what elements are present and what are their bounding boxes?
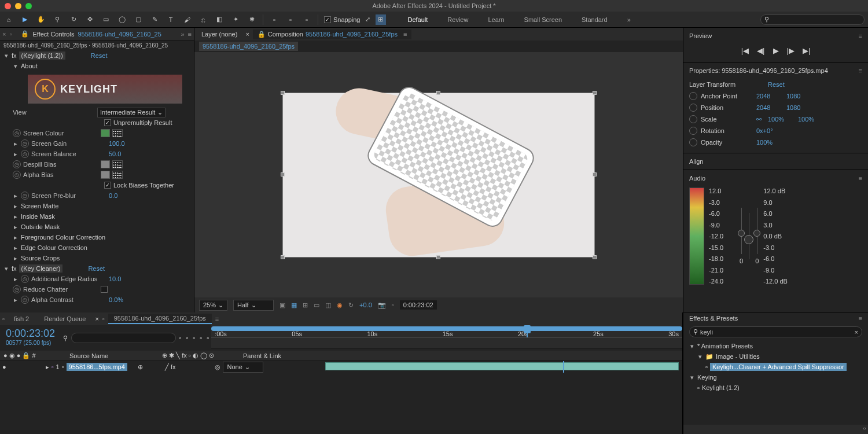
resize-handle[interactable] bbox=[281, 255, 285, 259]
close-tab-icon[interactable]: × bbox=[95, 315, 98, 322]
twirl-icon[interactable]: ▸ bbox=[13, 140, 19, 148]
layer-tab[interactable]: Layer (none) bbox=[197, 30, 242, 39]
close-window-icon[interactable] bbox=[5, 3, 11, 9]
lock-biases-checkbox[interactable]: ✓ bbox=[104, 182, 111, 189]
twirl-icon[interactable]: ▾ bbox=[3, 265, 9, 273]
prev-frame-icon[interactable]: ◀| bbox=[757, 46, 764, 55]
snapshot-icon[interactable]: 📷 bbox=[378, 301, 386, 309]
selection-tool-icon[interactable]: ▶ bbox=[20, 14, 30, 25]
lock-icon[interactable]: ▫ bbox=[9, 31, 17, 38]
timeline-tab-active[interactable]: 9558186-uhd_4096_2160_25fps bbox=[108, 314, 212, 324]
panel-menu-icon[interactable]: ≡ bbox=[859, 32, 862, 39]
effects-search-input[interactable] bbox=[700, 329, 852, 336]
panel-menu-icon[interactable]: ≡ bbox=[859, 67, 862, 74]
resize-handle[interactable] bbox=[436, 255, 440, 259]
minimize-window-icon[interactable] bbox=[15, 3, 21, 9]
shape-tool-icon[interactable]: ▢ bbox=[133, 14, 144, 25]
panel-menu-icon[interactable]: ≡ bbox=[403, 31, 407, 38]
last-frame-icon[interactable]: ▶| bbox=[803, 46, 810, 55]
clone-tool-icon[interactable]: ⎌ bbox=[198, 14, 208, 25]
screen-colour-swatch[interactable] bbox=[101, 129, 110, 137]
rect-tool-icon[interactable]: ▭ bbox=[101, 14, 111, 25]
stopwatch-icon[interactable]: ◷ bbox=[21, 150, 29, 158]
transform-reset[interactable]: Reset bbox=[768, 81, 785, 88]
stopwatch-icon[interactable]: ◷ bbox=[13, 129, 21, 137]
workspace-learn[interactable]: Learn bbox=[483, 14, 509, 25]
workspace-default[interactable]: Default bbox=[403, 14, 433, 25]
graph-icon[interactable]: ▫ bbox=[269, 14, 279, 25]
pan-behind-tool-icon[interactable]: ✥ bbox=[84, 14, 95, 25]
stopwatch-icon[interactable] bbox=[689, 92, 697, 100]
lock2-icon[interactable]: 🔒 bbox=[21, 30, 29, 38]
zoom-tool-icon[interactable]: ⚲ bbox=[52, 14, 62, 25]
workspace-standard[interactable]: Standard bbox=[577, 14, 612, 25]
ellipse-tool-icon[interactable]: ◯ bbox=[117, 14, 127, 25]
stopwatch-icon[interactable] bbox=[689, 115, 697, 123]
keycleaner-effect-name[interactable]: (Key Cleaner) bbox=[19, 264, 63, 273]
screen-preblur-value[interactable]: 0.0 bbox=[109, 192, 117, 199]
fx-badge-icon[interactable]: fx bbox=[12, 52, 17, 59]
stopwatch-icon[interactable]: ◷ bbox=[21, 139, 29, 148]
stopwatch-icon[interactable]: ◷ bbox=[13, 160, 21, 168]
viewport-timecode[interactable]: 0:00:23:02 bbox=[400, 300, 437, 310]
orbit-tool-icon[interactable]: ↻ bbox=[68, 14, 79, 25]
pos-x[interactable]: 2048 bbox=[756, 104, 783, 111]
snapping-checkbox[interactable]: ✓ bbox=[324, 16, 331, 23]
edge-colour-label[interactable]: Edge Colour Correction bbox=[21, 244, 87, 251]
effect-controls-tab[interactable]: Effect Controls bbox=[32, 31, 74, 38]
resize-handle[interactable] bbox=[281, 172, 285, 176]
scale-x[interactable]: 100% bbox=[768, 116, 795, 123]
effect-controls-layer-link[interactable]: 9558186-uhd_4096_2160_25 bbox=[78, 31, 161, 38]
timeline-ruler[interactable]: :00s05s10s15s20s25s30s bbox=[211, 325, 682, 338]
twirl-icon[interactable]: ▸ bbox=[13, 150, 19, 158]
playhead[interactable] bbox=[527, 325, 528, 337]
preset-keylight-cleaner[interactable]: Keyligh...Cleaner + Advanced Spill Suppr… bbox=[710, 363, 847, 371]
col-sourcename[interactable]: Source Name bbox=[69, 352, 162, 359]
panel-menu-icon[interactable]: ≡ bbox=[215, 315, 219, 322]
flow-link[interactable]: 9558186-uhd_4096_2160_25fps bbox=[199, 42, 298, 51]
twirl-icon[interactable]: ▸ bbox=[13, 213, 19, 220]
eyedropper-icon[interactable] bbox=[112, 129, 123, 137]
help-search[interactable]: ⚲ bbox=[760, 14, 865, 25]
new-bin-icon[interactable]: ▫ bbox=[863, 425, 866, 434]
anchor-x[interactable]: 2048 bbox=[756, 93, 783, 100]
color-mgmt-icon[interactable]: ◉ bbox=[337, 301, 343, 309]
twirl-icon[interactable]: ▸ bbox=[13, 275, 19, 283]
timeline-search[interactable] bbox=[71, 333, 175, 343]
exposure-value[interactable]: +0.0 bbox=[359, 301, 372, 308]
resize-handle[interactable] bbox=[593, 91, 597, 95]
workspace-more-icon[interactable]: » bbox=[623, 14, 635, 25]
visibility-icon[interactable]: ● bbox=[2, 363, 6, 370]
hand-tool-icon[interactable]: ✋ bbox=[36, 14, 46, 25]
stopwatch-icon[interactable] bbox=[689, 138, 697, 146]
twirl-icon[interactable]: ▸ bbox=[13, 296, 19, 304]
close-tab-icon[interactable]: × bbox=[2, 31, 6, 38]
stopwatch-icon[interactable]: ◷ bbox=[21, 296, 29, 304]
comp-name-link[interactable]: 9558186-uhd_4096_2160_25fps bbox=[306, 31, 398, 38]
play-icon[interactable]: ▶ bbox=[773, 46, 779, 55]
toggle-roi-icon[interactable]: ◫ bbox=[325, 301, 331, 309]
stopwatch-icon[interactable]: ◷ bbox=[21, 192, 29, 200]
scale-y[interactable]: 100% bbox=[798, 116, 825, 123]
tl-icon[interactable]: ▫ bbox=[179, 334, 182, 341]
tl-icon[interactable]: ▫ bbox=[186, 334, 188, 341]
panel-overflow-icon[interactable]: » bbox=[181, 31, 184, 38]
resize-handle[interactable] bbox=[436, 91, 440, 95]
keylight-effect[interactable]: Keylight (1.2) bbox=[702, 384, 740, 391]
twirl-icon[interactable]: ▸ bbox=[13, 223, 19, 231]
stopwatch-icon[interactable]: ◷ bbox=[21, 275, 29, 283]
twirl-icon[interactable]: ▸ bbox=[13, 192, 19, 200]
tl-icon[interactable]: ▫ bbox=[207, 334, 209, 341]
screen-matte-label[interactable]: Screen Matte bbox=[21, 203, 58, 209]
anchor-y[interactable]: 1080 bbox=[786, 93, 813, 100]
snap-grid-icon[interactable]: ⊞ bbox=[376, 14, 386, 25]
workspace-review[interactable]: Review bbox=[443, 14, 473, 25]
panel-menu-icon[interactable]: ≡ bbox=[859, 315, 862, 322]
eyedropper-icon[interactable] bbox=[112, 171, 123, 179]
resize-handle[interactable] bbox=[593, 255, 597, 259]
timeline-tab-renderqueue[interactable]: Render Queue bbox=[38, 314, 91, 323]
alpha-contrast-value[interactable]: 0.0% bbox=[109, 296, 123, 303]
puppet-tool-icon[interactable]: ✱ bbox=[247, 14, 257, 25]
anim-presets-folder[interactable]: * Animation Presets bbox=[697, 343, 753, 350]
toggle-alpha-icon[interactable]: ▣ bbox=[279, 301, 285, 309]
